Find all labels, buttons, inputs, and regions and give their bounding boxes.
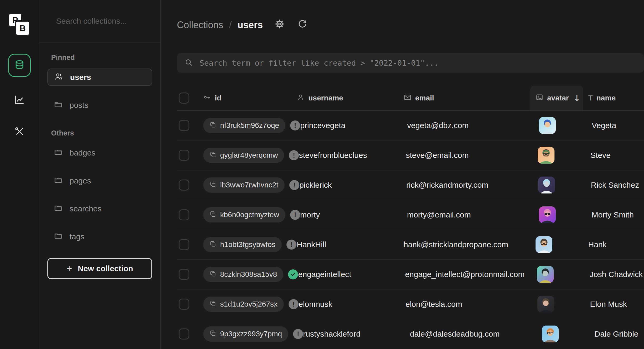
copy-icon — [210, 270, 216, 279]
collection-settings-button[interactable] — [274, 19, 285, 31]
sidebar-item-tags[interactable]: tags — [47, 228, 152, 245]
record-id-badge[interactable]: lb3wwo7rwhvnc2t — [203, 177, 285, 193]
sidebar-sections: PinneduserspostsOthersbadgespagessearche… — [39, 42, 160, 349]
column-header-content: username — [297, 93, 404, 103]
table-row[interactable]: 8czkln308sa15v8engageintellectengage_int… — [177, 260, 644, 289]
row-checkbox[interactable] — [179, 120, 189, 131]
column-header-name[interactable]: Tname — [588, 94, 644, 102]
row-checkbox-cell — [177, 299, 203, 310]
unverified-icon: ! — [286, 240, 296, 250]
row-checkbox[interactable] — [179, 328, 189, 340]
cell-email: engage_intellect@protonmail.com — [405, 270, 537, 279]
row-checkbox-cell — [177, 239, 203, 250]
nav-rail: P B — [0, 0, 39, 349]
collections-sidebar: PinneduserspostsOthersbadgespagessearche… — [39, 0, 161, 349]
avatar-image — [536, 236, 552, 253]
avatar-image — [539, 206, 556, 223]
mail-icon — [404, 93, 412, 103]
table-row[interactable]: lb3wwo7rwhvnc2t!picklerickrick@rickandmo… — [177, 170, 644, 200]
row-checkbox-cell — [177, 180, 203, 191]
column-header-username[interactable]: username — [297, 93, 404, 103]
column-header-id[interactable]: id — [203, 93, 297, 103]
record-id-text: lb3wwo7rwhvnc2t — [220, 181, 278, 189]
column-header-email[interactable]: email — [404, 93, 536, 103]
new-collection-label: New collection — [78, 264, 133, 273]
unverified-icon: ! — [289, 180, 299, 190]
sidebar-item-posts[interactable]: posts — [47, 96, 152, 114]
record-id-badge[interactable]: gyglar48yerqcmw — [203, 148, 284, 163]
cell-email: morty@email.com — [407, 210, 539, 219]
key-icon — [203, 93, 211, 103]
cell-avatar — [537, 296, 590, 313]
gear-icon — [274, 19, 285, 32]
cell-email: dale@dalesdeadbug.com — [410, 329, 542, 338]
row-checkbox[interactable] — [179, 299, 189, 310]
avatar-image — [538, 147, 554, 164]
cell-username: stevefromblueclues — [299, 151, 406, 160]
row-checkbox[interactable] — [179, 209, 189, 220]
column-header-avatar[interactable]: avatar↓ — [536, 86, 588, 110]
copy-icon — [210, 300, 216, 309]
refresh-button[interactable] — [296, 19, 308, 31]
folder-icon — [54, 203, 63, 214]
sidebar-item-label: badges — [70, 148, 95, 157]
record-id-badge[interactable]: s1d1u2ov5j267sx — [203, 297, 284, 312]
record-id-badge[interactable]: nf3ruk5m96z7oqe — [203, 118, 285, 133]
cell-name: Rick Sanchez — [591, 181, 644, 190]
table-row[interactable]: kb6n0ogctmyztew!mortymorty@email.comMort… — [177, 200, 644, 230]
nav-logs-button[interactable] — [9, 90, 30, 111]
record-id-badge[interactable]: 9p3gxzz993y7pmq — [203, 326, 288, 342]
records-search-input[interactable] — [199, 58, 637, 68]
row-checkbox-cell — [177, 328, 203, 340]
record-id-badge[interactable]: h1obt3fgsybwfos — [203, 237, 282, 252]
cell-avatar — [537, 266, 589, 283]
table-row[interactable]: nf3ruk5m96z7oqe!princevegetavegeta@dbz.c… — [177, 111, 644, 140]
sidebar-item-users[interactable]: users — [47, 69, 152, 86]
breadcrumb-current: users — [237, 20, 263, 31]
row-checkbox[interactable] — [179, 239, 189, 250]
copy-icon — [210, 240, 216, 249]
nav-collections-button[interactable] — [8, 54, 31, 77]
row-checkbox[interactable] — [179, 150, 189, 161]
breadcrumb-separator: / — [229, 20, 232, 31]
unverified-icon: ! — [289, 299, 299, 309]
record-id-text: 8czkln308sa15v8 — [220, 270, 277, 279]
unverified-icon: ! — [293, 329, 303, 339]
table-row[interactable]: gyglar48yerqcmw!stevefrombluecluessteve@… — [177, 140, 644, 170]
table-row[interactable]: s1d1u2ov5j267sx!elonmuskelon@tesla.comEl… — [177, 289, 644, 319]
sidebar-item-searches[interactable]: searches — [47, 200, 152, 217]
text-icon: T — [588, 94, 593, 102]
cell-name: Vegeta — [592, 121, 644, 130]
new-collection-button[interactable]: +New collection — [47, 258, 152, 279]
sidebar-item-label: searches — [70, 204, 102, 213]
chart-icon — [14, 94, 25, 107]
copy-icon — [210, 211, 216, 219]
table-row[interactable]: h1obt3fgsybwfos!HankHillhank@stricklandp… — [177, 230, 644, 260]
sidebar-section-label: Pinned — [51, 54, 148, 62]
record-id-badge[interactable]: kb6n0ogctmyztew — [203, 207, 285, 222]
image-icon — [536, 93, 543, 103]
header-checkbox-cell — [177, 93, 203, 104]
table-row[interactable]: 9p3gxzz993y7pmq!rustyshackleforddale@dal… — [177, 319, 644, 349]
records-search-bar — [177, 53, 644, 73]
cell-id: 9p3gxzz993y7pmq! — [203, 326, 303, 342]
breadcrumb-collections[interactable]: Collections — [177, 20, 223, 31]
select-all-checkbox[interactable] — [179, 93, 189, 104]
sidebar-item-pages[interactable]: pages — [47, 172, 152, 190]
table-body: nf3ruk5m96z7oqe!princevegetavegeta@dbz.c… — [177, 111, 644, 349]
sidebar-item-badges[interactable]: badges — [47, 144, 152, 162]
cell-name: Hank — [588, 240, 644, 249]
folder-icon — [54, 231, 63, 242]
record-id-badge[interactable]: 8czkln308sa15v8 — [203, 267, 283, 282]
row-checkbox[interactable] — [179, 269, 189, 280]
avatar-image — [538, 177, 555, 193]
cell-id: gyglar48yerqcmw! — [203, 148, 299, 163]
nav-settings-button[interactable] — [9, 121, 30, 143]
collections-search-input[interactable] — [56, 16, 152, 26]
row-checkbox[interactable] — [179, 180, 189, 191]
database-icon — [14, 59, 25, 72]
cell-username: engageintellect — [298, 270, 405, 279]
cell-username: rustyshackleford — [303, 329, 410, 338]
column-label: name — [596, 94, 616, 102]
table-header: idusernameemailavatar↓Tname — [177, 86, 644, 111]
